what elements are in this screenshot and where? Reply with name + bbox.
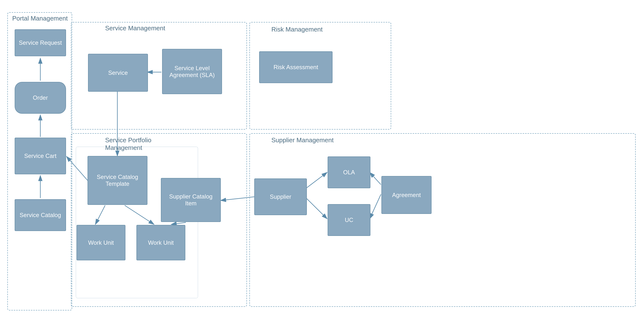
box-ola: OLA xyxy=(328,156,370,188)
label-portal-management: Portal Management xyxy=(12,15,68,22)
box-service-catalog-template: Service Catalog Template xyxy=(88,156,148,205)
box-order: Order xyxy=(15,82,66,114)
box-risk-assessment: Risk Assessment xyxy=(259,51,332,83)
box-sla: Service Level Agreement (SLA) xyxy=(162,49,222,94)
box-uc: UC xyxy=(328,204,370,236)
label-risk-management: Risk Management xyxy=(272,26,323,33)
label-supplier-management: Supplier Management xyxy=(272,136,334,144)
box-work-unit-1: Work Unit xyxy=(76,225,126,260)
box-service-catalog: Service Catalog xyxy=(15,199,66,231)
box-service: Service xyxy=(88,54,148,92)
box-supplier: Supplier xyxy=(254,178,307,215)
box-agreement: Agreement xyxy=(382,176,432,214)
box-service-cart: Service Cart xyxy=(15,138,66,174)
label-service-management: Service Management xyxy=(105,24,165,32)
diagram-container: Portal Management Service Management Ris… xyxy=(0,0,644,320)
box-service-request: Service Request xyxy=(15,29,66,56)
box-supplier-catalog-item: Supplier Catalog Item xyxy=(161,178,221,222)
box-work-unit-2: Work Unit xyxy=(136,225,185,260)
section-supplier-management xyxy=(250,133,636,307)
